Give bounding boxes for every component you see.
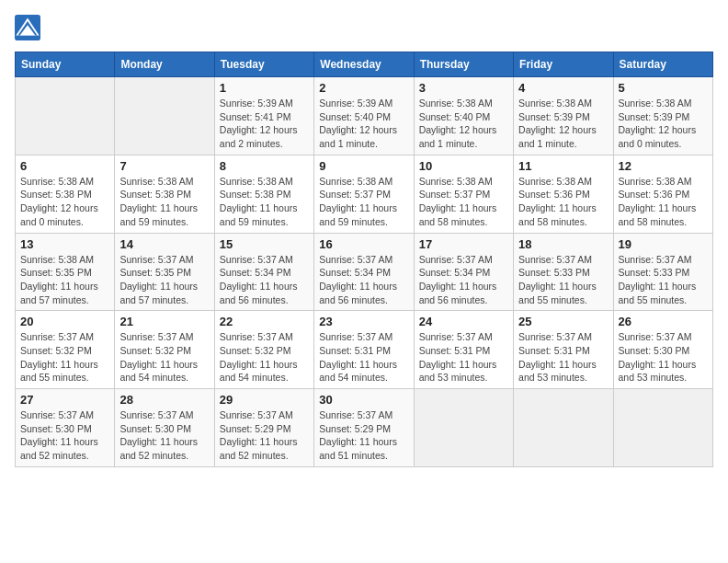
page-header [15, 15, 713, 40]
calendar-cell: 19Sunrise: 5:37 AM Sunset: 5:33 PM Dayli… [613, 233, 712, 311]
calendar-week-3: 13Sunrise: 5:38 AM Sunset: 5:35 PM Dayli… [16, 233, 713, 311]
day-number: 30 [319, 393, 408, 407]
calendar-cell: 16Sunrise: 5:37 AM Sunset: 5:34 PM Dayli… [314, 233, 414, 311]
day-number: 20 [20, 315, 109, 328]
day-number: 19 [619, 237, 708, 251]
day-number: 10 [419, 159, 508, 173]
day-number: 14 [119, 237, 209, 251]
calendar-header: SundayMondayTuesdayWednesdayThursdayFrid… [16, 52, 713, 77]
day-info: Sunrise: 5:37 AM Sunset: 5:35 PM Dayligh… [119, 253, 209, 307]
day-info: Sunrise: 5:39 AM Sunset: 5:41 PM Dayligh… [220, 97, 309, 151]
logo [15, 15, 44, 40]
calendar-week-2: 6Sunrise: 5:38 AM Sunset: 5:38 PM Daylig… [16, 155, 713, 233]
day-number: 3 [419, 81, 508, 95]
day-info: Sunrise: 5:38 AM Sunset: 5:39 PM Dayligh… [619, 97, 708, 151]
calendar-cell: 27Sunrise: 5:37 AM Sunset: 5:30 PM Dayli… [16, 389, 115, 467]
day-info: Sunrise: 5:37 AM Sunset: 5:33 PM Dayligh… [619, 253, 708, 307]
day-number: 27 [20, 393, 109, 407]
day-number: 7 [119, 159, 209, 173]
calendar-cell: 12Sunrise: 5:38 AM Sunset: 5:36 PM Dayli… [613, 155, 712, 233]
column-header-thursday: Thursday [414, 52, 513, 77]
calendar-cell: 22Sunrise: 5:37 AM Sunset: 5:32 PM Dayli… [214, 311, 313, 389]
day-number: 24 [419, 315, 508, 328]
day-number: 25 [518, 315, 608, 328]
calendar-week-1: 1Sunrise: 5:39 AM Sunset: 5:41 PM Daylig… [16, 77, 713, 155]
header-row: SundayMondayTuesdayWednesdayThursdayFrid… [16, 52, 713, 77]
day-info: Sunrise: 5:37 AM Sunset: 5:33 PM Dayligh… [518, 253, 608, 307]
calendar-cell: 15Sunrise: 5:37 AM Sunset: 5:34 PM Dayli… [214, 233, 313, 311]
day-info: Sunrise: 5:37 AM Sunset: 5:32 PM Dayligh… [20, 330, 109, 385]
calendar-cell: 25Sunrise: 5:37 AM Sunset: 5:31 PM Dayli… [514, 311, 613, 389]
day-info: Sunrise: 5:37 AM Sunset: 5:34 PM Dayligh… [319, 253, 408, 307]
calendar-cell: 13Sunrise: 5:38 AM Sunset: 5:35 PM Dayli… [16, 233, 115, 311]
calendar-cell: 30Sunrise: 5:37 AM Sunset: 5:29 PM Dayli… [314, 389, 414, 467]
day-info: Sunrise: 5:37 AM Sunset: 5:31 PM Dayligh… [319, 330, 408, 385]
column-header-tuesday: Tuesday [214, 52, 313, 77]
day-info: Sunrise: 5:37 AM Sunset: 5:30 PM Dayligh… [619, 330, 708, 385]
day-number: 23 [319, 315, 408, 328]
calendar-cell: 5Sunrise: 5:38 AM Sunset: 5:39 PM Daylig… [613, 77, 712, 155]
day-number: 2 [319, 81, 408, 95]
calendar-cell: 4Sunrise: 5:38 AM Sunset: 5:39 PM Daylig… [514, 77, 613, 155]
calendar-cell: 7Sunrise: 5:38 AM Sunset: 5:38 PM Daylig… [115, 155, 214, 233]
day-number: 26 [619, 315, 708, 328]
calendar-cell: 1Sunrise: 5:39 AM Sunset: 5:41 PM Daylig… [214, 77, 313, 155]
calendar-cell: 11Sunrise: 5:38 AM Sunset: 5:36 PM Dayli… [514, 155, 613, 233]
column-header-saturday: Saturday [613, 52, 712, 77]
day-number: 6 [20, 159, 109, 173]
calendar-cell: 3Sunrise: 5:38 AM Sunset: 5:40 PM Daylig… [414, 77, 513, 155]
calendar-cell [514, 389, 613, 467]
calendar-cell [414, 389, 513, 467]
day-info: Sunrise: 5:37 AM Sunset: 5:30 PM Dayligh… [119, 408, 209, 463]
day-info: Sunrise: 5:38 AM Sunset: 5:37 PM Dayligh… [419, 175, 508, 229]
day-info: Sunrise: 5:37 AM Sunset: 5:34 PM Dayligh… [419, 253, 508, 307]
day-number: 9 [319, 159, 408, 173]
day-number: 17 [419, 237, 508, 251]
day-info: Sunrise: 5:38 AM Sunset: 5:35 PM Dayligh… [20, 253, 109, 307]
day-info: Sunrise: 5:37 AM Sunset: 5:29 PM Dayligh… [319, 408, 408, 463]
day-info: Sunrise: 5:37 AM Sunset: 5:30 PM Dayligh… [20, 408, 109, 463]
calendar-cell [16, 77, 115, 155]
calendar-cell: 20Sunrise: 5:37 AM Sunset: 5:32 PM Dayli… [16, 311, 115, 389]
day-info: Sunrise: 5:37 AM Sunset: 5:31 PM Dayligh… [518, 330, 608, 385]
day-number: 1 [220, 81, 309, 95]
day-info: Sunrise: 5:38 AM Sunset: 5:39 PM Dayligh… [518, 97, 608, 151]
day-number: 22 [220, 315, 309, 328]
column-header-sunday: Sunday [16, 52, 115, 77]
day-info: Sunrise: 5:38 AM Sunset: 5:36 PM Dayligh… [619, 175, 708, 229]
day-number: 15 [220, 237, 309, 251]
day-info: Sunrise: 5:38 AM Sunset: 5:38 PM Dayligh… [119, 175, 209, 229]
day-number: 16 [319, 237, 408, 251]
calendar-cell: 2Sunrise: 5:39 AM Sunset: 5:40 PM Daylig… [314, 77, 414, 155]
calendar-cell: 21Sunrise: 5:37 AM Sunset: 5:32 PM Dayli… [115, 311, 214, 389]
calendar-cell: 10Sunrise: 5:38 AM Sunset: 5:37 PM Dayli… [414, 155, 513, 233]
day-info: Sunrise: 5:39 AM Sunset: 5:40 PM Dayligh… [319, 97, 408, 151]
calendar-cell: 28Sunrise: 5:37 AM Sunset: 5:30 PM Dayli… [115, 389, 214, 467]
calendar-cell: 18Sunrise: 5:37 AM Sunset: 5:33 PM Dayli… [514, 233, 613, 311]
day-info: Sunrise: 5:38 AM Sunset: 5:37 PM Dayligh… [319, 175, 408, 229]
column-header-wednesday: Wednesday [314, 52, 414, 77]
calendar-cell: 26Sunrise: 5:37 AM Sunset: 5:30 PM Dayli… [613, 311, 712, 389]
calendar-cell: 14Sunrise: 5:37 AM Sunset: 5:35 PM Dayli… [115, 233, 214, 311]
calendar-cell [115, 77, 214, 155]
calendar-cell: 17Sunrise: 5:37 AM Sunset: 5:34 PM Dayli… [414, 233, 513, 311]
calendar-cell: 29Sunrise: 5:37 AM Sunset: 5:29 PM Dayli… [214, 389, 313, 467]
day-info: Sunrise: 5:37 AM Sunset: 5:32 PM Dayligh… [119, 330, 209, 385]
day-info: Sunrise: 5:37 AM Sunset: 5:31 PM Dayligh… [419, 330, 508, 385]
day-info: Sunrise: 5:38 AM Sunset: 5:38 PM Dayligh… [220, 175, 309, 229]
day-number: 8 [220, 159, 309, 173]
day-number: 4 [518, 81, 608, 95]
column-header-monday: Monday [115, 52, 214, 77]
day-number: 5 [619, 81, 708, 95]
day-info: Sunrise: 5:37 AM Sunset: 5:34 PM Dayligh… [220, 253, 309, 307]
column-header-friday: Friday [514, 52, 613, 77]
day-number: 21 [119, 315, 209, 328]
day-number: 18 [518, 237, 608, 251]
calendar-body: 1Sunrise: 5:39 AM Sunset: 5:41 PM Daylig… [16, 77, 713, 467]
calendar-table: SundayMondayTuesdayWednesdayThursdayFrid… [15, 52, 713, 467]
day-info: Sunrise: 5:37 AM Sunset: 5:32 PM Dayligh… [220, 330, 309, 385]
logo-icon [15, 15, 40, 40]
day-info: Sunrise: 5:38 AM Sunset: 5:36 PM Dayligh… [518, 175, 608, 229]
day-info: Sunrise: 5:38 AM Sunset: 5:40 PM Dayligh… [419, 97, 508, 151]
day-number: 29 [220, 393, 309, 407]
